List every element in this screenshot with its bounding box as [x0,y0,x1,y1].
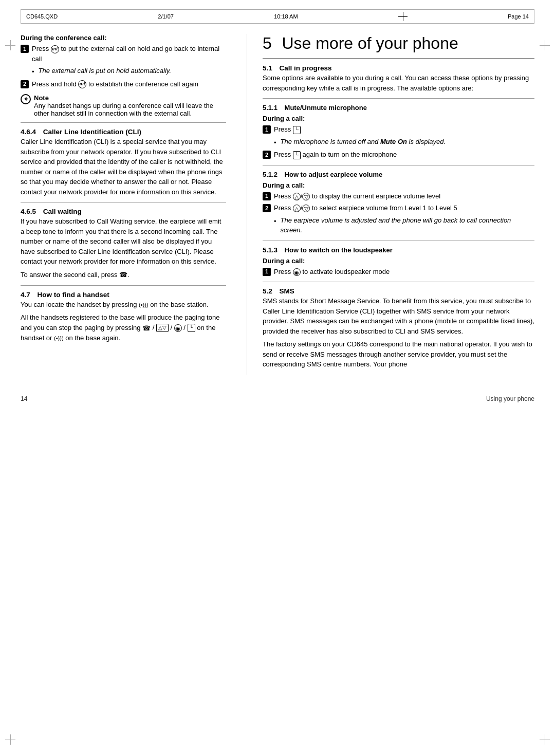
conference-call-heading: During the conference call: [21,34,226,42]
511-item-1: 1 Press └ [263,124,534,135]
512-item-1: 1 Press △/▽ to display the current earpi… [263,191,534,201]
note-text: Any handset hangs up during a conference… [34,102,213,117]
512-item-1-text: Press △/▽ to display the current earpiec… [274,191,440,201]
511-bullet-text: The microphone is turned off and Mute On… [281,137,446,147]
512-badge-2: 2 [263,204,271,212]
divider-r3 [263,241,534,241]
section-47-num: 4.7 [21,291,30,299]
section-512: 5.1.2 How to adjust earpiece volume Duri… [263,171,534,235]
section-465-title: Call waiting [43,208,82,215]
section-464-body: Caller Line Identification (CLI) is a sp… [21,137,226,197]
section-464-heading: 4.6.4 Caller Line Identification (CLI) [21,128,226,136]
mute-icon-2: └ [293,151,301,159]
paging-stop-icon: ☎︎ [142,323,151,334]
section-51-heading: 5.1 Call in progress [263,64,534,72]
vertical-divider [247,34,247,375]
header-file: CD645.QXD [26,13,58,20]
conference-call-section: During the conference call: 1 Press int … [21,34,226,89]
section-47-title: How to find a handset [38,291,109,299]
int-icon-1: int [51,45,59,53]
num-badge-2: 2 [21,80,29,88]
vol-up-icon: △ [293,193,301,200]
conf-item-2-text: Press and hold int to establish the conf… [32,79,198,89]
section-465-heading: 4.6.5 Call waiting [21,208,226,215]
divider-3 [21,285,226,286]
section-513-title: How to switch on the loudspeaker [285,246,393,254]
512-during-call: During a call: [263,181,534,189]
header-page: Page 14 [508,13,529,20]
chapter-title: Use more of your phone [282,34,458,52]
513-item-1: 1 Press ◉ to activate loudspeaker mode [263,267,534,277]
vol-up-icon-2: △ [293,205,301,212]
511-bullet-dot: • [274,138,276,148]
divider-r4 [263,282,534,282]
spk-icon-small: ◉ [174,324,182,332]
section-511-num: 5.1.1 [263,104,278,112]
vol-down-icon-2: ▽ [302,205,310,212]
section-51: 5.1 Call in progress Some options are av… [263,64,534,93]
corner-mark-br [540,734,550,745]
header-time: 10:18 AM [274,13,298,20]
paging-icon-1: (•))) [139,301,149,309]
footer: 14 Using your phone [0,390,555,408]
nav-icon-1: △▽ [156,324,169,332]
section-52-body: SMS stands for Short Message Service. To… [263,296,534,336]
section-47-body2: All the handsets registered to the base … [21,312,226,343]
page: CD645.QXD 2/1/07 10:18 AM Page 14 During… [0,9,555,756]
vol-down-icon: ▽ [302,193,310,200]
511-bullet-1: • The microphone is turned off and Mute … [263,137,534,148]
511-during-call: During a call: [263,115,534,122]
section-511-heading: 5.1.1 Mute/Unmute microphone [263,104,534,112]
511-badge-1: 1 [263,125,271,134]
section-464: 4.6.4 Caller Line Identification (CLI) C… [21,128,226,197]
mute-icon-1: └ [293,126,301,134]
speaker-icon: ◉ [293,268,301,276]
512-bullet-1: • The earpiece volume is adjusted and th… [263,215,534,235]
511-item-2: 2 Press └ again to turn on the microphon… [263,150,534,160]
content-area: During the conference call: 1 Press int … [21,34,534,375]
note-label: Note [34,94,49,102]
section-513: 5.1.3 How to switch on the loudspeaker D… [263,246,534,277]
conf-item-1: 1 Press int to put the external call on … [21,44,226,64]
section-52-body2: The factory settings on your CD645 corre… [263,339,534,370]
corner-mark-tl [5,40,15,50]
section-465: 4.6.5 Call waiting If you have subscribe… [21,208,226,280]
512-bullet-dot: • [274,216,276,227]
divider-r1 [263,98,534,99]
divider-1 [21,122,226,123]
footer-right-label: Using your phone [486,395,534,402]
511-badge-2: 2 [263,151,271,159]
section-465-num: 4.6.5 [21,208,36,215]
section-51-num: 5.1 [263,64,272,72]
divider-r2 [263,165,534,165]
512-badge-1: 1 [263,192,271,200]
section-511: 5.1.1 Mute/Unmute microphone During a ca… [263,104,534,160]
note-box: ⌖ Note Any handset hangs up during a con… [21,94,226,117]
chapter-divider [263,58,534,59]
513-badge-1: 1 [263,268,271,276]
chapter-num: 5 [263,34,272,52]
divider-2 [21,202,226,202]
513-during-call: During a call: [263,257,534,265]
paging-icon-2: (•))) [54,334,64,343]
note-icon: ⌖ [21,94,31,104]
phone-icon-465: ☎︎ [119,270,127,280]
header-crosshair [398,12,408,21]
section-464-num: 4.6.4 [21,128,36,136]
section-464-title: Caller Line Identification (CLI) [43,128,141,136]
right-column: 5 Use more of your phone 5.1 Call in pro… [252,34,534,375]
section-52-heading: 5.2 SMS [263,287,534,295]
section-465-answer: To answer the second call, press ☎︎. [21,270,226,280]
note-content: Note Any handset hangs up during a confe… [34,94,226,117]
section-47-body1: You can locate the handset by pressing (… [21,300,226,310]
mute-icon-stop: └ [188,324,195,332]
section-512-heading: 5.1.2 How to adjust earpiece volume [263,171,534,178]
512-item-2: 2 Press △/▽ to select earpiece volume fr… [263,203,534,213]
conf-item-2: 2 Press and hold int to establish the co… [21,79,226,89]
section-465-body: If you have subscribed to Call Waiting s… [21,216,226,267]
num-badge-1: 1 [21,45,29,53]
section-52-num: 5.2 [263,287,272,295]
corner-mark-bl [5,734,15,745]
511-item-1-text: Press └ [274,124,301,135]
section-512-num: 5.1.2 [263,171,278,178]
